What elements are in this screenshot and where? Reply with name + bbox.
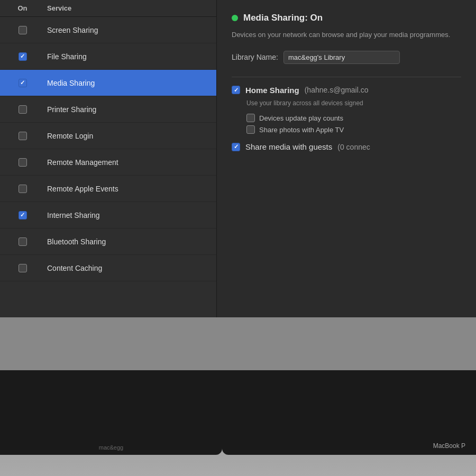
status-title: Media Sharing: On	[243, 13, 323, 23]
checkbox-screen-sharing[interactable]	[19, 26, 27, 34]
checkbox-cell-remote-login	[0, 132, 45, 140]
service-row-media-sharing[interactable]: Media Sharing	[0, 70, 216, 96]
service-name-file-sharing: File Sharing	[45, 52, 216, 61]
checkbox-remote-apple-events[interactable]	[19, 185, 27, 193]
checkbox-remote-management[interactable]	[19, 158, 27, 167]
sub-checkbox-play-counts[interactable]	[246, 114, 255, 122]
checkbox-bluetooth-sharing[interactable]	[19, 237, 27, 246]
service-row-content-caching[interactable]: Content Caching	[0, 255, 216, 281]
share-guests-label: Share media with guests	[245, 142, 332, 151]
home-sharing-checkbox[interactable]	[232, 86, 240, 94]
checkbox-cell-bluetooth-sharing	[0, 237, 45, 246]
service-row-internet-sharing[interactable]: Internet Sharing	[0, 202, 216, 228]
checkbox-cell-file-sharing	[0, 52, 45, 61]
library-label: Library Name:	[232, 53, 278, 61]
service-name-internet-sharing: Internet Sharing	[45, 211, 216, 219]
checkbox-cell-printer-sharing	[0, 105, 45, 114]
service-row-remote-apple-events[interactable]: Remote Apple Events	[0, 176, 216, 202]
laptop-area: mac&egg MacBook P	[0, 317, 476, 476]
service-list: Screen SharingFile SharingMedia SharingP…	[0, 17, 216, 317]
share-guests-row: Share media with guests (0 connec	[232, 142, 461, 151]
checkbox-cell-screen-sharing	[0, 26, 45, 34]
service-row-screen-sharing[interactable]: Screen Sharing	[0, 17, 216, 43]
sub-option-label-share-photos: Share photos with Apple TV	[259, 126, 344, 134]
status-line: Media Sharing: On	[232, 13, 461, 23]
home-sharing-email: (hahne.s@gmail.co	[305, 86, 369, 94]
home-sharing-label: Home Sharing	[245, 86, 299, 95]
checkbox-cell-content-caching	[0, 264, 45, 272]
service-row-printer-sharing[interactable]: Printer Sharing	[0, 96, 216, 123]
home-sharing-desc: Use your library across all devices sign…	[246, 99, 461, 108]
service-row-file-sharing[interactable]: File Sharing	[0, 43, 216, 70]
checkbox-file-sharing[interactable]	[19, 52, 27, 61]
service-row-remote-management[interactable]: Remote Management	[0, 149, 216, 176]
checkbox-internet-sharing[interactable]	[19, 211, 27, 219]
service-row-bluetooth-sharing[interactable]: Bluetooth Sharing	[0, 228, 216, 255]
service-name-remote-management: Remote Management	[45, 158, 216, 167]
table-header: On Service	[0, 0, 216, 17]
library-row: Library Name:	[232, 51, 461, 64]
service-name-screen-sharing: Screen Sharing	[45, 26, 216, 34]
laptop-screen-right: MacBook P	[222, 370, 476, 455]
checkbox-remote-login[interactable]	[19, 132, 27, 140]
laptop-logo-text: mac&egg	[99, 444, 123, 455]
service-name-remote-apple-events: Remote Apple Events	[45, 185, 216, 193]
macbook-label: MacBook P	[433, 442, 465, 450]
service-name-media-sharing: Media Sharing	[45, 79, 216, 87]
divider-1	[232, 77, 461, 77]
status-dot-green	[232, 15, 238, 21]
sub-option-row-share-photos: Share photos with Apple TV	[246, 125, 461, 134]
checkbox-content-caching[interactable]	[19, 264, 27, 272]
home-sharing-row: Home Sharing (hahne.s@gmail.co	[232, 86, 461, 95]
share-guests-count: (0 connec	[337, 143, 370, 151]
checkbox-cell-media-sharing	[0, 79, 45, 87]
right-panel: Media Sharing: On Devices on your networ…	[217, 0, 476, 317]
services-panel: On Service Screen SharingFile SharingMed…	[0, 0, 217, 317]
checkbox-cell-internet-sharing	[0, 211, 45, 219]
laptop-base: mac&egg MacBook P	[0, 370, 476, 476]
col-on-header: On	[0, 4, 45, 12]
service-row-remote-login[interactable]: Remote Login	[0, 123, 216, 149]
status-description: Devices on your network can browse and p…	[232, 30, 461, 40]
checkbox-printer-sharing[interactable]	[19, 105, 27, 114]
checkbox-cell-remote-apple-events	[0, 185, 45, 193]
checkbox-cell-remote-management	[0, 158, 45, 167]
sub-checkbox-share-photos[interactable]	[246, 125, 255, 134]
laptop-screen-left: mac&egg	[0, 370, 222, 455]
share-guests-checkbox[interactable]	[232, 143, 240, 151]
checkbox-media-sharing[interactable]	[19, 79, 27, 87]
service-name-content-caching: Content Caching	[45, 264, 216, 272]
col-service-header: Service	[45, 4, 216, 12]
library-name-input[interactable]	[283, 51, 400, 64]
sub-option-row-play-counts: Devices update play counts	[246, 114, 461, 122]
service-name-printer-sharing: Printer Sharing	[45, 105, 216, 114]
sub-option-label-play-counts: Devices update play counts	[259, 114, 343, 122]
service-name-remote-login: Remote Login	[45, 132, 216, 140]
service-name-bluetooth-sharing: Bluetooth Sharing	[45, 237, 216, 246]
